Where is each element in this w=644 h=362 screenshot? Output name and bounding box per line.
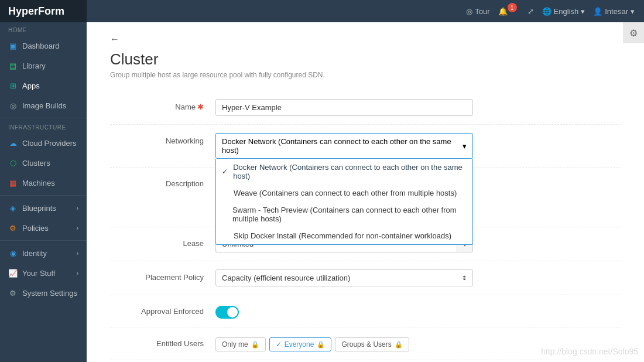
networking-option-swarm[interactable]: Swarm - Tech Preview (Containers can con… xyxy=(216,202,472,227)
sidebar-item-clusters[interactable]: ⬡ Clusters xyxy=(0,153,87,173)
networking-option-label: Docker Network (Containers can connect t… xyxy=(233,163,467,180)
sidebar: HyperForm Home ▣ Dashboard ▤ Library ⊞ A… xyxy=(0,0,87,362)
chevron-down-icon: ▾ xyxy=(581,7,585,16)
sidebar-label-your-stuff: Your Stuff xyxy=(22,269,55,278)
tour-button[interactable]: ◎ Tour xyxy=(466,7,489,16)
expand-button[interactable]: ⤢ xyxy=(527,7,534,16)
sidebar-item-cloud-providers[interactable]: ☁ Cloud Providers xyxy=(0,133,87,153)
required-star: ✱ xyxy=(197,103,204,111)
expand-icon: ⤢ xyxy=(527,7,534,16)
networking-selected-text: Docker Network (Containers can connect t… xyxy=(222,137,463,155)
gear-button[interactable]: ⚙ xyxy=(623,22,644,43)
chevron-down-icon-2: ▾ xyxy=(631,7,635,16)
networking-option-weave[interactable]: Weave (Containers can connect to each ot… xyxy=(216,185,472,202)
networking-option-label-swarm: Swarm - Tech Preview (Containers can con… xyxy=(232,206,467,223)
entitled-users-group: Only me 🔒 ✓ Everyone 🔒 Groups & Users 🔒 xyxy=(215,336,473,351)
networking-option-skip[interactable]: Skip Docker Install (Recommended for non… xyxy=(216,227,472,244)
chevron-right-icon-2: › xyxy=(77,225,78,231)
app-logo: HyperForm xyxy=(0,0,87,22)
name-input[interactable] xyxy=(215,99,473,116)
sidebar-label-system-settings: System Settings xyxy=(22,289,77,298)
approval-row: Approval Enforced xyxy=(110,295,621,327)
networking-option-label-skip: Skip Docker Install (Recommended for non… xyxy=(234,231,451,240)
chevron-right-icon-4: › xyxy=(77,270,78,276)
back-button[interactable]: ← xyxy=(110,34,119,45)
approval-label: Approval Enforced xyxy=(110,303,204,316)
language-selector[interactable]: 🌐 English ▾ xyxy=(542,7,585,16)
approval-slider xyxy=(215,306,239,319)
name-label: Name✱ xyxy=(110,99,204,111)
user-label: Intesar xyxy=(605,7,628,16)
sidebar-label-cloud-providers: Cloud Providers xyxy=(22,139,77,148)
placement-field-wrap: Capacity (efficient resource utilization… xyxy=(215,269,473,286)
sidebar-label-identity: Identity xyxy=(22,249,47,258)
sidebar-label-blueprints: Blueprints xyxy=(22,204,56,213)
sidebar-item-dashboard[interactable]: ▣ Dashboard xyxy=(0,36,87,56)
home-section-label: Home xyxy=(0,22,87,36)
sidebar-item-image-builds[interactable]: ◎ Image Builds xyxy=(0,95,87,115)
sidebar-item-blueprints[interactable]: ◈ Blueprints › xyxy=(0,198,87,218)
networking-row: Networking Docker Network (Containers ca… xyxy=(110,125,621,168)
entitled-users-tags: Only me 🔒 ✓ Everyone 🔒 Groups & Users 🔒 xyxy=(215,336,473,351)
placement-row: Placement Policy Capacity (efficient res… xyxy=(110,261,621,295)
notification-button[interactable]: 🔔 1 xyxy=(498,6,519,16)
your-stuff-icon: 📈 xyxy=(8,268,18,278)
sidebar-divider-2 xyxy=(0,195,87,196)
networking-select[interactable]: Docker Network (Containers can connect t… xyxy=(215,133,473,159)
networking-dropdown: ✓ Docker Network (Containers can connect… xyxy=(215,159,473,245)
tour-icon: ◎ xyxy=(466,7,472,16)
apps-icon: ⊞ xyxy=(8,81,18,90)
sidebar-label-image-builds: Image Builds xyxy=(22,101,66,110)
chevron-down-icon-net: ▾ xyxy=(463,142,467,151)
topbar: ◎ Tour 🔔 1 ⤢ 🌐 English ▾ 👤 Intesar ▾ xyxy=(87,0,644,22)
library-icon: ▤ xyxy=(8,61,18,70)
check-icon-ev: ✓ xyxy=(276,340,282,349)
globe-icon: 🌐 xyxy=(542,7,551,16)
sidebar-item-system-settings[interactable]: ⚙ System Settings xyxy=(0,283,87,303)
chevron-right-icon: › xyxy=(77,205,78,211)
infra-section-label: Infrastructure xyxy=(0,121,87,133)
networking-label: Networking xyxy=(110,133,204,145)
networking-option-docker[interactable]: ✓ Docker Network (Containers can connect… xyxy=(216,159,472,185)
name-field-wrap xyxy=(215,99,473,116)
identity-icon: ◉ xyxy=(8,248,18,258)
chevron-right-icon-3: › xyxy=(77,250,78,257)
lock-icon-2: 🔒 xyxy=(317,341,325,349)
cluster-icon: ⬡ xyxy=(8,158,18,168)
tag-groups-users[interactable]: Groups & Users 🔒 xyxy=(335,337,409,351)
page-subtitle: Group multiple host as large resource po… xyxy=(110,71,621,79)
approval-toggle[interactable] xyxy=(215,306,239,319)
sidebar-label-apps: Apps xyxy=(22,81,40,90)
image-builds-icon: ◎ xyxy=(8,101,18,110)
sidebar-item-apps[interactable]: ⊞ Apps xyxy=(0,76,87,95)
check-icon: ✓ xyxy=(222,168,229,176)
sidebar-item-your-stuff[interactable]: 📈 Your Stuff › xyxy=(0,263,87,283)
sidebar-label-library: Library xyxy=(22,62,46,70)
user-menu[interactable]: 👤 Intesar ▾ xyxy=(593,7,635,16)
sidebar-item-identity[interactable]: ◉ Identity › xyxy=(0,243,87,263)
blueprint-icon: ◈ xyxy=(8,203,18,213)
main-content: ⚙ ← Cluster Group multiple host as large… xyxy=(87,22,644,362)
tag-only-me[interactable]: Only me 🔒 xyxy=(215,337,266,351)
cloud-icon: ☁ xyxy=(8,138,18,148)
user-icon: 👤 xyxy=(593,7,602,16)
lease-label: Lease xyxy=(110,235,204,248)
sidebar-item-machines[interactable]: ▦ Machines xyxy=(0,173,87,193)
sidebar-divider xyxy=(0,118,87,118)
sidebar-label-machines: Machines xyxy=(22,179,55,187)
tour-label: Tour xyxy=(475,7,489,16)
sidebar-item-policies[interactable]: ⚙ Policies › xyxy=(0,218,87,238)
sidebar-label-dashboard: Dashboard xyxy=(22,42,60,50)
sidebar-item-library[interactable]: ▤ Library xyxy=(0,56,87,76)
tag-everyone[interactable]: ✓ Everyone 🔒 xyxy=(269,337,332,351)
page-title: Cluster xyxy=(110,50,621,69)
lock-icon-3: 🔒 xyxy=(395,341,403,349)
name-row: Name✱ xyxy=(110,91,621,125)
sidebar-divider-3 xyxy=(0,240,87,241)
machine-icon: ▦ xyxy=(8,178,18,187)
approval-toggle-wrap xyxy=(215,303,473,319)
dashboard-icon: ▣ xyxy=(8,41,18,50)
sidebar-label-clusters: Clusters xyxy=(22,159,50,168)
placement-select[interactable]: Capacity (efficient resource utilization… xyxy=(215,269,473,286)
description-label: Description xyxy=(110,176,204,188)
